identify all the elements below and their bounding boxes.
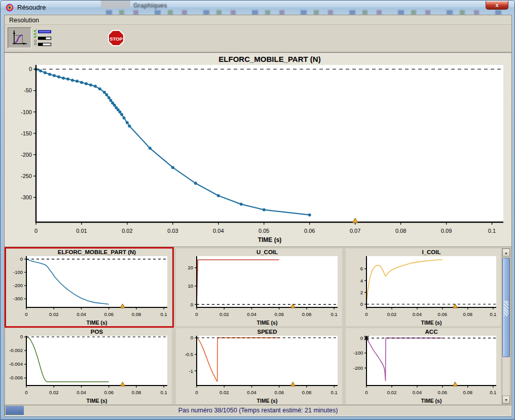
background-window-toolbar-fragment <box>106 10 507 15</box>
title-bar[interactable]: Graphiques Résoudre x <box>1 1 515 15</box>
svg-text:0.02: 0.02 <box>387 311 397 317</box>
main-chart: 00.010.020.030.040.050.060.070.080.090.1… <box>5 54 511 247</box>
svg-text:0.06: 0.06 <box>104 311 114 317</box>
status-bar: Pas numéro 38/1050 (Temps restant estimé… <box>5 405 511 416</box>
svg-text:TIME (s): TIME (s) <box>257 320 278 326</box>
svg-text:0.06: 0.06 <box>274 390 284 395</box>
svg-text:-100: -100 <box>21 109 32 115</box>
svg-text:20: 20 <box>188 265 193 270</box>
resolve-window: Graphiques Résoudre x Resolution <box>0 0 515 420</box>
svg-text:TIME (s): TIME (s) <box>257 398 278 404</box>
svg-text:0.04: 0.04 <box>413 390 422 395</box>
svg-text:0.04: 0.04 <box>247 390 256 395</box>
svg-text:0: 0 <box>25 311 27 317</box>
svg-text:-50: -50 <box>24 87 32 93</box>
background-window-title: Graphiques <box>133 2 167 9</box>
svg-text:TIME (s): TIME (s) <box>87 398 107 404</box>
svg-text:0.08: 0.08 <box>132 311 141 317</box>
svg-text:0.08: 0.08 <box>302 390 312 395</box>
svg-text:0.07: 0.07 <box>350 228 360 234</box>
chart-canvas-pos: 00.020.040.060.080.10-0.002-0.004-0.006P… <box>6 328 172 404</box>
svg-text:-0.006: -0.006 <box>9 375 23 380</box>
svg-text:0.01: 0.01 <box>76 228 87 234</box>
thumbnail-chart-pos[interactable]: 00.020.040.060.080.10-0.002-0.004-0.006P… <box>6 328 172 404</box>
svg-text:-0.004: -0.004 <box>9 361 23 367</box>
svg-text:0.02: 0.02 <box>219 311 229 317</box>
svg-text:0.06: 0.06 <box>104 390 114 395</box>
chart-canvas-main: 00.010.020.030.040.050.060.070.080.090.1… <box>5 54 511 247</box>
scrollbar-thumb[interactable] <box>502 258 510 357</box>
svg-text:0.1: 0.1 <box>490 311 496 317</box>
svg-text:-150: -150 <box>21 130 32 136</box>
svg-text:TIME (s): TIME (s) <box>421 320 442 326</box>
close-button[interactable]: x <box>486 1 508 10</box>
scroll-up-button[interactable]: ▲ <box>502 249 510 257</box>
svg-text:TIME (s): TIME (s) <box>87 320 107 326</box>
menu-bar: Resolution <box>5 15 511 25</box>
chart-canvas-acc: 00.020.040.060.080.10-100-200ACCTIME (s) <box>346 328 501 404</box>
scroll-down-button[interactable]: ▼ <box>502 396 510 404</box>
svg-text:TIME (s): TIME (s) <box>258 236 282 243</box>
svg-text:0.08: 0.08 <box>463 311 473 317</box>
svg-text:0.06: 0.06 <box>274 311 284 317</box>
svg-text:0: 0 <box>20 334 23 339</box>
curve-plot-icon <box>11 29 28 47</box>
menu-item-resolution[interactable]: Resolution <box>5 16 44 24</box>
thumbnail-chart-ucoil[interactable]: 00.020.040.060.080.101020U_COILTIME (s) <box>176 249 342 326</box>
svg-text:0.02: 0.02 <box>122 228 132 234</box>
curve-list-button[interactable] <box>33 29 52 48</box>
svg-text:2: 2 <box>360 290 363 295</box>
svg-text:-0.002: -0.002 <box>9 347 23 353</box>
svg-text:0: 0 <box>365 390 367 395</box>
svg-text:ACC: ACC <box>425 329 438 335</box>
thumbnail-chart-elforc[interactable]: 00.020.040.060.080.10-100-200-300ELFORC_… <box>6 249 172 326</box>
stop-button[interactable]: STOP <box>108 30 124 46</box>
svg-text:0.02: 0.02 <box>387 390 397 395</box>
svg-text:4: 4 <box>360 278 363 284</box>
svg-text:0.02: 0.02 <box>49 390 59 395</box>
svg-text:POS: POS <box>91 329 103 335</box>
thumbnail-panel: 00.020.040.060.080.10-100-200-300ELFORC_… <box>5 247 511 405</box>
svg-text:ELFORC_MOBILE_PART (N): ELFORC_MOBILE_PART (N) <box>218 55 320 63</box>
svg-text:0.04: 0.04 <box>247 311 256 317</box>
curve-list-icon <box>33 29 52 47</box>
background-window-fragment <box>101 1 130 9</box>
svg-text:0.08: 0.08 <box>132 390 141 395</box>
svg-text:0.08: 0.08 <box>395 228 406 234</box>
svg-text:0.06: 0.06 <box>438 390 448 395</box>
svg-text:U_COIL: U_COIL <box>256 249 278 255</box>
svg-text:0.04: 0.04 <box>213 228 224 234</box>
svg-text:0.04: 0.04 <box>413 311 422 317</box>
svg-text:TIME (s): TIME (s) <box>421 398 442 404</box>
svg-text:0.08: 0.08 <box>302 311 312 317</box>
svg-text:0.03: 0.03 <box>167 228 178 234</box>
thumbnail-chart-icoil[interactable]: 00.020.040.060.080.10246I_COILTIME (s) <box>346 249 501 326</box>
svg-text:0.1: 0.1 <box>161 311 167 317</box>
svg-text:-300: -300 <box>13 296 23 301</box>
svg-text:0: 0 <box>191 302 193 307</box>
svg-text:0.04: 0.04 <box>77 390 86 395</box>
client-area: Resolution <box>4 15 512 416</box>
thumbnail-chart-acc[interactable]: 00.020.040.060.080.10-100-200ACCTIME (s) <box>346 328 501 404</box>
svg-text:STOP: STOP <box>109 36 123 42</box>
svg-text:-250: -250 <box>21 173 32 179</box>
svg-text:0.09: 0.09 <box>441 228 452 234</box>
svg-text:0.02: 0.02 <box>219 390 229 395</box>
svg-text:0.06: 0.06 <box>304 228 315 234</box>
svg-text:-1: -1 <box>189 368 193 374</box>
curve-display-button[interactable] <box>8 27 31 48</box>
stop-sign-icon: STOP <box>108 30 124 46</box>
chart-canvas-elforc_mini: 00.020.040.060.080.10-100-200-300ELFORC_… <box>6 249 172 326</box>
svg-text:0: 0 <box>360 335 363 341</box>
svg-text:0: 0 <box>195 390 198 395</box>
vertical-scrollbar[interactable]: ▲ ▼ <box>502 248 510 404</box>
svg-text:-100: -100 <box>13 269 23 275</box>
svg-text:-200: -200 <box>13 283 23 288</box>
svg-text:0: 0 <box>360 301 363 307</box>
svg-text:0: 0 <box>25 390 27 395</box>
svg-text:0: 0 <box>34 228 38 234</box>
app-logo-icon <box>6 4 14 12</box>
svg-text:0.1: 0.1 <box>490 390 496 395</box>
thumbnail-chart-speed[interactable]: 00.020.040.060.080.10-0.5-1SPEEDTIME (s) <box>176 328 342 404</box>
chart-canvas-i_coil: 00.020.040.060.080.10246I_COILTIME (s) <box>346 249 501 326</box>
